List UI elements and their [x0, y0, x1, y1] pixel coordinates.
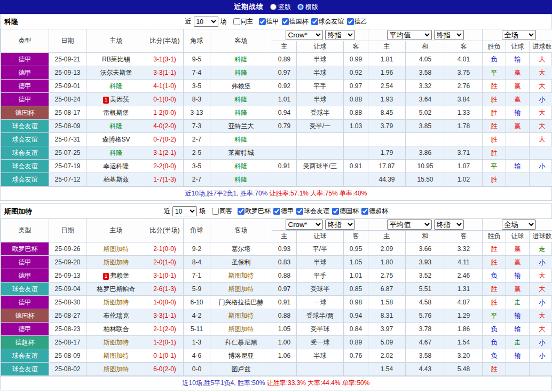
euro-final-select[interactable]: 终指 [434, 30, 464, 40]
euro-home-odds-cell: 17.87 [368, 160, 406, 173]
layout-option-horizontal[interactable]: 横版 [297, 3, 318, 12]
league-filter[interactable]: 德国杯 [282, 17, 309, 26]
league-filter-checkbox[interactable] [361, 208, 368, 215]
handicap-result-cell [506, 133, 530, 146]
scope-select[interactable]: 全场 [502, 30, 536, 40]
league-filter[interactable]: 德甲 [273, 207, 294, 216]
league-filter[interactable]: 欧罗巴杯 [238, 207, 271, 216]
goals-result-cell: 小 [530, 296, 552, 309]
match-row: 德甲25-08-23柏林联合2-1(2-0)5-11斯图加特1.05受半球0.8… [1, 323, 552, 336]
home-team-name[interactable]: 森博格SV [102, 136, 130, 143]
goals-result-cell: 小 [530, 160, 552, 173]
away-team-name[interactable]: 塞尔塔 [232, 245, 251, 253]
league-cell: 德甲 [1, 93, 49, 106]
same-venue-checkbox[interactable] [212, 208, 219, 215]
recent-count-select[interactable]: 10 [172, 206, 197, 216]
home-team-name[interactable]: 科隆 [110, 122, 123, 130]
away-team-name[interactable]: 圣保利 [232, 258, 251, 266]
away-team-name[interactable]: 科隆 [235, 109, 248, 116]
away-team-name[interactable]: 博洛尼亚 [228, 352, 254, 359]
away-team-name[interactable]: 科隆 [235, 56, 248, 63]
league-filter[interactable]: 球会友谊 [296, 207, 329, 216]
away-team-name[interactable]: 科隆 [235, 69, 248, 76]
home-team-name[interactable]: RB莱比锡 [102, 56, 130, 63]
home-team-name[interactable]: 科隆 [110, 82, 123, 90]
away-team-name[interactable]: 科隆 [235, 162, 248, 170]
away-team-name[interactable]: 门兴格拉德巴赫 [219, 299, 264, 306]
home-team-name[interactable]: 柏林联合 [104, 325, 129, 333]
asian-final-select[interactable]: 终指 [325, 30, 355, 40]
home-team-name[interactable]: 弗赖堡 [110, 272, 129, 279]
league-filter[interactable]: 德乙 [347, 17, 367, 26]
wdl-result-cell: 负 [483, 269, 506, 283]
euro-home-odds-cell: 6.87 [368, 283, 406, 296]
league-filter-checkbox[interactable] [273, 208, 280, 215]
home-team-name[interactable]: 斯图加特 [104, 299, 129, 306]
euro-source-select[interactable]: 平均值 [387, 30, 432, 40]
home-team-name[interactable]: 斯图加特 [104, 339, 129, 346]
away-team-name[interactable]: 斯图加特 [228, 312, 254, 319]
away-team-name[interactable]: 科隆 [235, 96, 248, 103]
red-card-badge: 1 [103, 273, 109, 280]
home-team-name[interactable]: 柏基斯兹 [104, 176, 129, 183]
away-team-name[interactable]: 图卢兹 [232, 365, 251, 373]
home-team-name[interactable]: 科隆 [110, 149, 123, 156]
euro-final-select[interactable]: 终指 [434, 219, 464, 230]
euro-draw-odds-cell: 3.86 [406, 146, 445, 160]
home-team-name[interactable]: 斯图加特 [104, 352, 129, 359]
match-row: 球会友谊25-07-25科隆3-1(2-1)2-5莱斯特城1.793.863.7… [1, 146, 552, 160]
home-team-cell: 格罗巴斯帕奇 [86, 283, 146, 296]
home-team-cell: 斯图加特 [86, 256, 146, 269]
league-filter-checkbox[interactable] [259, 18, 266, 25]
match-row: 德甲25-09-20斯图加特2-0(1-0)8-4圣保利0.83半球1.051.… [1, 256, 552, 269]
same-venue-filter[interactable]: 同主 [233, 17, 254, 26]
league-filter[interactable]: 德超杯 [361, 207, 388, 216]
away-team-name[interactable]: 斯图加特 [228, 325, 254, 333]
home-team-name[interactable]: 幸运科隆 [104, 162, 129, 170]
league-filter-checkbox[interactable] [282, 18, 289, 25]
same-venue-checkbox[interactable] [233, 18, 240, 25]
euro-away-odds-cell: 2.76 [445, 80, 483, 93]
league-filter[interactable]: 德甲 [259, 17, 279, 26]
league-filter-checkbox[interactable] [311, 18, 318, 25]
asian-final-select[interactable]: 终指 [325, 219, 355, 230]
league-filter-checkbox[interactable] [238, 208, 245, 215]
home-team-name[interactable]: 斯图加特 [104, 258, 129, 266]
away-team-name[interactable]: 亚特兰大 [228, 122, 254, 130]
same-venue-label: 同客 [219, 207, 232, 216]
home-team-name[interactable]: 格罗巴斯帕奇 [97, 285, 136, 293]
away-team-name[interactable]: 弗赖堡 [232, 82, 251, 90]
away-team-cell: 博洛尼亚 [210, 349, 272, 363]
away-team-name[interactable]: 斯图加特 [228, 285, 254, 293]
home-team-name[interactable]: 斯图加特 [104, 365, 129, 373]
recent-count-select[interactable]: 10 [194, 17, 218, 27]
league-filter[interactable]: 球会友谊 [311, 17, 344, 26]
ah-line-cell [297, 133, 344, 146]
home-team-name[interactable]: 沃尔夫斯堡 [100, 69, 132, 76]
layout-option-vertical[interactable]: 竖版 [270, 3, 291, 12]
layout-radio-vertical[interactable] [270, 4, 277, 10]
away-team-name[interactable]: 科隆 [235, 136, 248, 143]
home-team-name[interactable]: 斯图加特 [104, 245, 129, 253]
away-team-name[interactable]: 莱斯特城 [228, 149, 254, 156]
away-team-name[interactable]: 科隆 [235, 176, 248, 183]
same-venue-filter[interactable]: 同客 [212, 207, 232, 216]
league-filter-checkbox[interactable] [347, 18, 354, 25]
league-filter[interactable]: 德国杯 [332, 207, 359, 216]
euro-draw-odds-cell: 5.02 [406, 106, 445, 120]
home-team-name[interactable]: 美因茨 [110, 96, 129, 103]
ah-line-cell [297, 363, 344, 376]
league-filter-checkbox[interactable] [332, 208, 339, 215]
layout-radio-horizontal[interactable] [297, 4, 304, 10]
away-team-cell: 科隆 [210, 133, 272, 146]
euro-source-select[interactable]: 平均值 [387, 219, 432, 230]
score-cell: 1-7(1-3) [146, 173, 184, 186]
league-filter-checkbox[interactable] [296, 208, 303, 215]
away-team-name[interactable]: 斯图加特 [228, 272, 254, 279]
odds-source-select[interactable]: Crow* [286, 219, 323, 230]
odds-source-select[interactable]: Crow* [286, 30, 323, 40]
home-team-name[interactable]: 布伦瑞克 [104, 312, 129, 319]
home-team-name[interactable]: 雷根斯堡 [104, 109, 129, 116]
away-team-name[interactable]: 拜仁慕尼黑 [225, 339, 257, 346]
scope-select[interactable]: 全场 [502, 219, 536, 230]
